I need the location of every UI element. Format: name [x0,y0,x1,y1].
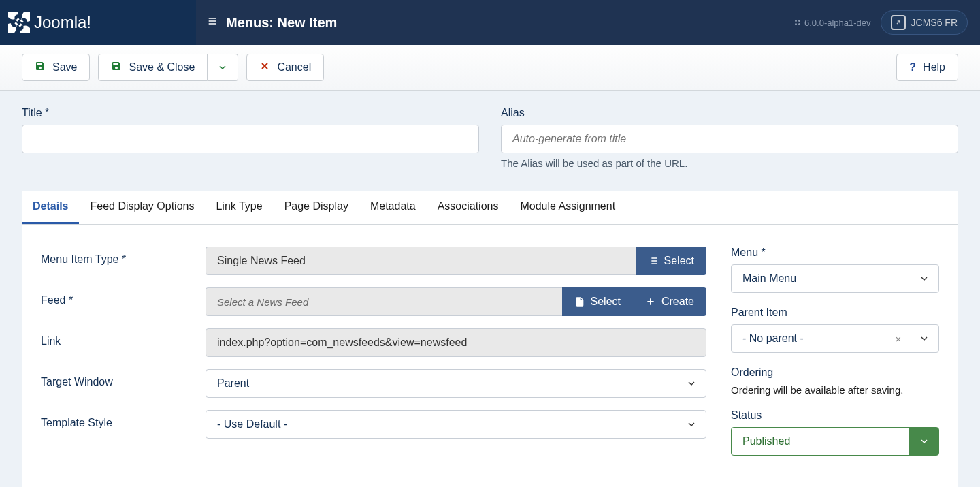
save-label: Save [52,61,77,74]
save-close-button[interactable]: Save & Close [98,54,208,81]
menu-value: Main Menu [742,272,796,285]
svg-point-1 [798,20,800,22]
plus-icon [645,296,656,307]
feed-create-label: Create [662,296,694,308]
save-icon [35,61,46,74]
tab-feed-display-options[interactable]: Feed Display Options [79,191,205,224]
chevron-down-icon [909,325,938,352]
template-style-select[interactable]: - Use Default - [206,410,706,439]
feed-select-button[interactable]: Select [562,287,633,316]
help-button[interactable]: ? Help [896,54,958,81]
cancel-label: Cancel [277,61,311,74]
joomla-icon [8,12,30,33]
save-close-label: Save & Close [129,61,195,74]
tabs: Details Feed Display Options Link Type P… [22,191,958,225]
page-title: Menus: New Item [226,15,337,31]
help-icon: ? [909,61,916,74]
chevron-down-icon [217,62,228,73]
alias-label: Alias [501,107,958,119]
svg-point-3 [798,23,800,25]
save-button[interactable]: Save [22,54,90,81]
status-label: Status [731,409,939,422]
target-window-select[interactable]: Parent [206,369,706,398]
chevron-down-icon [676,411,706,438]
version-badge[interactable]: 6.0.0-alpha1-dev [794,18,871,28]
details-main: Menu Item Type * Single News Feed Select… [41,247,706,469]
tab-link-type[interactable]: Link Type [205,191,273,224]
cancel-icon [259,61,270,74]
joomla-small-icon [794,18,802,27]
details-side: Menu * Main Menu Parent Item - No parent… [731,247,939,469]
svg-point-2 [795,23,797,25]
alias-group: Alias The Alias will be used as part of … [501,107,958,169]
feed-select-label: Select [591,296,621,308]
user-text: JCMS6 FR [911,17,958,28]
status-value: Published [742,435,790,447]
menu-label: Menu * [731,247,939,259]
list-icon [648,255,659,266]
help-label: Help [923,61,945,74]
tab-details[interactable]: Details [22,191,79,224]
tab-page-display[interactable]: Page Display [274,191,359,224]
clear-icon[interactable]: × [888,333,909,345]
svg-point-0 [795,20,797,22]
parent-item-label: Parent Item [731,307,939,319]
page-title-bar: Menus: New Item [196,15,794,31]
title-group: Title * [22,107,479,169]
status-select[interactable]: Published [731,427,939,456]
menu-item-type-label: Menu Item Type * [41,247,206,266]
chevron-down-icon [909,265,938,292]
content-area: Title * Alias The Alias will be used as … [0,91,980,487]
menu-item-type-select-button[interactable]: Select [636,247,706,275]
menu-list-icon[interactable] [207,16,218,29]
toolbar: Save Save & Close Cancel ? Help [0,45,980,91]
link-value: index.php?option=com_newsfeeds&view=news… [206,328,706,357]
template-style-label: Template Style [41,410,206,429]
tab-metadata[interactable]: Metadata [359,191,427,224]
template-style-value: - Use Default - [217,418,287,430]
tab-module-assignment[interactable]: Module Assignment [509,191,626,224]
title-label: Title * [22,107,479,119]
save-icon [111,61,122,74]
select-label: Select [664,255,694,267]
feed-value: Select a News Feed [206,287,562,316]
menu-select[interactable]: Main Menu [731,264,939,293]
feed-create-button[interactable]: Create [633,287,706,316]
feed-label: Feed * [41,287,206,307]
cancel-button[interactable]: Cancel [246,54,324,81]
file-icon [574,296,585,307]
title-input[interactable] [22,125,479,153]
parent-item-value: - No parent - [732,332,888,345]
menu-item-type-value: Single News Feed [206,247,636,275]
link-label: Link [41,328,206,347]
save-dropdown-toggle[interactable] [208,54,238,81]
tab-associations[interactable]: Associations [427,191,510,224]
chevron-down-icon [676,370,706,397]
user-badge[interactable]: JCMS6 FR [881,10,968,35]
target-window-value: Parent [217,377,249,390]
ordering-hint: Ordering will be available after saving. [731,384,939,396]
brand[interactable]: Joomla! [0,0,196,45]
save-close-group: Save & Close [98,54,238,81]
version-text: 6.0.0-alpha1-dev [804,18,871,28]
alias-input[interactable] [501,125,958,153]
app-header: Joomla! Menus: New Item 6.0.0-alpha1-dev… [0,0,980,45]
details-panel: Menu Item Type * Single News Feed Select… [22,225,958,487]
chevron-down-icon [909,428,938,455]
brand-text: Joomla! [34,13,91,32]
target-window-label: Target Window [41,369,206,388]
external-link-icon [891,15,906,30]
ordering-label: Ordering [731,366,939,379]
parent-item-select[interactable]: - No parent - × [731,324,939,353]
alias-hint: The Alias will be used as part of the UR… [501,157,958,169]
header-right: 6.0.0-alpha1-dev JCMS6 FR [794,10,980,35]
